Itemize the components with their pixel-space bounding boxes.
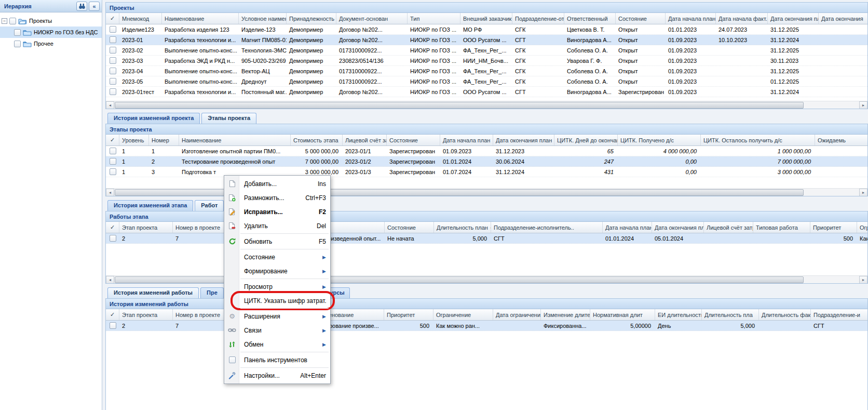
- scroll-left-icon[interactable]: ◂: [106, 276, 114, 284]
- menu-item[interactable]: ⚙Расширения▶: [224, 309, 330, 323]
- tree-checkbox[interactable]: [14, 41, 21, 47]
- column-header[interactable]: Ответственный: [564, 13, 616, 24]
- menu-item[interactable]: Обмен▶: [224, 337, 330, 351]
- column-header[interactable]: ✓: [106, 309, 119, 320]
- column-header[interactable]: Подразделение-исполнитель..: [491, 222, 603, 233]
- column-header[interactable]: Дата окончания план: [652, 222, 704, 233]
- column-header[interactable]: Внешний заказчик: [460, 13, 512, 24]
- column-header[interactable]: Нормативная длит: [590, 309, 655, 320]
- row-checkbox[interactable]: [110, 88, 116, 95]
- row-checkbox[interactable]: [110, 47, 116, 54]
- column-header[interactable]: Состояние: [387, 135, 440, 146]
- table-row[interactable]: 11Изготовление опытной партии ПМ0...5 00…: [106, 146, 867, 156]
- scroll-right-icon[interactable]: ▸: [859, 276, 867, 284]
- column-header[interactable]: Дата окончания пл: [768, 13, 819, 24]
- column-header[interactable]: Принадлежность: [287, 13, 336, 24]
- menu-item[interactable]: Добавить...Ins: [224, 177, 330, 191]
- column-header[interactable]: Дата начала план.: [603, 222, 652, 233]
- column-header[interactable]: Длительность план▼: [434, 222, 491, 233]
- menu-item[interactable]: Формирование▶: [224, 264, 330, 278]
- column-header[interactable]: Длительность пла: [702, 309, 759, 320]
- column-header[interactable]: Наименование: [179, 135, 291, 146]
- scroll-right-icon[interactable]: ▸: [859, 189, 867, 196]
- menu-item[interactable]: Связи▶: [224, 323, 330, 337]
- row-checkbox[interactable]: [110, 57, 116, 64]
- column-header[interactable]: Типовая работа: [753, 222, 810, 233]
- column-header[interactable]: ЕИ длительности: [655, 309, 702, 320]
- table-row[interactable]: Изделие123Разработка изделия 123Изделие-…: [106, 24, 867, 35]
- column-header[interactable]: ЦИТК. Получено д/с: [618, 135, 701, 146]
- column-header[interactable]: Ограничение: [433, 309, 493, 320]
- tab[interactable]: Пре: [200, 287, 224, 298]
- tree-expander-icon[interactable]: −: [2, 18, 7, 24]
- horizontal-scrollbar[interactable]: ◂ ▸: [106, 101, 867, 109]
- scroll-right-icon[interactable]: ▸: [859, 101, 867, 109]
- column-header[interactable]: Условное наименова: [239, 13, 287, 24]
- column-header[interactable]: Подразделение-от: [512, 13, 564, 24]
- scrollbar-thumb[interactable]: [115, 102, 804, 109]
- menu-item[interactable]: Панель инструментов: [224, 353, 330, 367]
- menu-item[interactable]: Исправить...F2: [224, 205, 330, 219]
- menu-item[interactable]: ЦИТК. Указать шифр затрат...: [224, 294, 330, 308]
- column-header[interactable]: Мнемокод: [119, 13, 162, 24]
- column-header[interactable]: ЦИТК. Дней до окончания: [554, 135, 618, 146]
- column-header[interactable]: Дата начала план.: [666, 13, 716, 24]
- scroll-left-icon[interactable]: ◂: [106, 101, 114, 109]
- column-header[interactable]: Стоимость этапа: [291, 135, 343, 146]
- column-header[interactable]: Приоритет: [384, 309, 433, 320]
- column-header[interactable]: Номер: [149, 135, 179, 146]
- column-header[interactable]: Дата начала факт.: [716, 13, 768, 24]
- column-header[interactable]: Лицевой счёт затрат.: [343, 135, 387, 146]
- scrollbar-thumb[interactable]: [115, 276, 804, 283]
- table-row[interactable]: 2023-05Выполнение опытно-конс...Дредноут…: [106, 76, 867, 87]
- search-button[interactable]: [76, 2, 87, 11]
- horizontal-scrollbar[interactable]: ◂ ▸: [106, 188, 867, 196]
- table-row[interactable]: 2023-01тестРазработка технологии и...Пос…: [106, 87, 867, 97]
- horizontal-scrollbar[interactable]: ◂ ▸: [106, 275, 867, 283]
- tab[interactable]: Этапы проекта: [201, 113, 256, 124]
- menu-item[interactable]: ОбновитьF5: [224, 234, 330, 248]
- column-header[interactable]: Длительность фак: [759, 309, 811, 320]
- table-row[interactable]: 2023-03Разработка ЭКД и РКД н...905-U020…: [106, 56, 867, 66]
- column-header[interactable]: Приоритет: [810, 222, 857, 233]
- column-header[interactable]: Изменение длител: [541, 309, 590, 320]
- scroll-left-icon[interactable]: ◂: [106, 189, 114, 196]
- column-header[interactable]: Дата окончания: [819, 13, 868, 24]
- row-checkbox[interactable]: [110, 235, 116, 242]
- menu-item[interactable]: Состояние▶: [224, 250, 330, 264]
- menu-item[interactable]: Настройки...Alt+Enter: [224, 368, 330, 382]
- tab[interactable]: История изменений проекта: [107, 113, 200, 124]
- tab[interactable]: Работ: [195, 200, 224, 211]
- column-header[interactable]: Лицевой счёт затр: [704, 222, 753, 233]
- column-header[interactable]: Этап проекта: [119, 309, 173, 320]
- tree-checkbox[interactable]: [14, 29, 21, 36]
- column-header[interactable]: Подразделение-и: [811, 309, 868, 320]
- tree-checkbox[interactable]: [9, 18, 16, 24]
- table-row[interactable]: 12Тестирование произведенной опыт7 000 0…: [106, 156, 867, 167]
- column-header[interactable]: Наименование: [162, 13, 239, 24]
- row-checkbox[interactable]: [110, 322, 116, 329]
- row-checkbox[interactable]: [110, 148, 116, 154]
- table-row[interactable]: 2023-02Выполнение опытно-конс...Технолог…: [106, 45, 867, 56]
- column-header[interactable]: ✓: [106, 13, 119, 24]
- column-header[interactable]: ЦИТК. Осталось получить д/с: [701, 135, 815, 146]
- column-header[interactable]: Дата ограничения: [493, 309, 541, 320]
- column-header[interactable]: Уровень: [119, 135, 149, 146]
- row-checkbox[interactable]: [110, 68, 116, 74]
- collapse-sidebar-button[interactable]: «: [89, 2, 100, 11]
- column-header[interactable]: Дата окончания план: [493, 135, 554, 146]
- tab[interactable]: История изменений работы: [107, 287, 199, 298]
- table-row[interactable]: 2023-01Разработка технологии и...Магнит …: [106, 35, 867, 45]
- menu-item[interactable]: Размножить...Ctrl+F3: [224, 191, 330, 205]
- column-header[interactable]: Состояние: [385, 222, 434, 233]
- table-row[interactable]: 13Подготовка т3 000 000,002023-01/3Зарег…: [106, 167, 867, 177]
- column-header[interactable]: ✓: [106, 222, 119, 233]
- column-header[interactable]: Ожидаемь: [815, 135, 868, 146]
- tab[interactable]: История изменений этапа: [107, 200, 193, 211]
- menu-item[interactable]: УдалитьDel: [224, 219, 330, 233]
- menu-item[interactable]: Просмотр▶: [224, 280, 330, 294]
- scrollbar-thumb[interactable]: [115, 189, 804, 196]
- row-checkbox[interactable]: [110, 158, 116, 165]
- column-header[interactable]: Состояние: [616, 13, 666, 24]
- row-checkbox[interactable]: [110, 36, 116, 43]
